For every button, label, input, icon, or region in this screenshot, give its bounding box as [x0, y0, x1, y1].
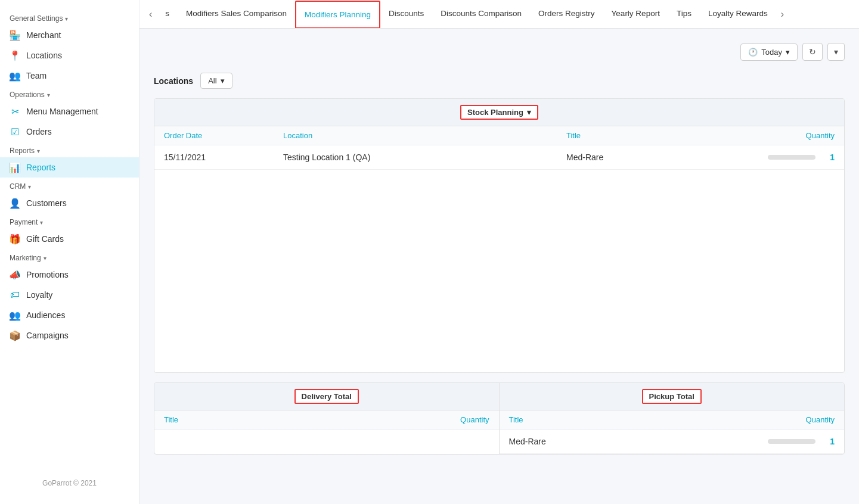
delivery-table: Delivery Total Title Quantity [154, 383, 500, 454]
bottom-tables: Delivery Total Title Quantity Pickup Tot… [154, 382, 845, 455]
delivery-columns-header: Title Quantity [154, 410, 499, 430]
col-quantity: Quantity [745, 131, 835, 140]
sidebar-item-promotions[interactable]: 📣 Promotions [0, 265, 139, 285]
tab-orders-registry[interactable]: Orders Registry [530, 1, 603, 27]
sidebar-item-merchant[interactable]: 🏪 Merchant [0, 25, 139, 45]
cell-order-date: 15/11/2021 [164, 153, 283, 162]
table-empty-space [154, 170, 844, 372]
pickup-cell-title: Med-Rare [509, 437, 740, 446]
payment-section[interactable]: Payment ▾ [0, 213, 139, 229]
gift-cards-icon: 🎁 [10, 234, 20, 244]
campaigns-icon: 📦 [10, 330, 20, 341]
merchant-icon: 🏪 [10, 30, 20, 41]
tab-discounts[interactable]: Discounts [380, 1, 432, 27]
sidebar-item-team[interactable]: 👥 Team [0, 66, 139, 86]
tab-s[interactable]: s [157, 1, 178, 27]
delivery-table-header: Delivery Total [154, 383, 499, 410]
marketing-section[interactable]: Marketing ▾ [0, 249, 139, 265]
pickup-total-badge: Pickup Total [642, 389, 702, 404]
tab-prev-button[interactable]: ‹ [144, 7, 157, 21]
stock-planning-badge: Stock Planning ▾ [460, 105, 538, 120]
sidebar-item-customers[interactable]: 👤 Customers [0, 193, 139, 213]
date-filter-button[interactable]: 🕐 Today ▾ [740, 43, 798, 61]
table-header: Stock Planning ▾ [154, 99, 844, 126]
audiences-icon: 👥 [10, 310, 20, 321]
delivery-col-quantity: Quantity [394, 415, 489, 424]
toolbar-row: 🕐 Today ▾ ↻ ▾ [154, 43, 845, 61]
filter-row: Locations All ▾ [154, 73, 845, 89]
sidebar-item-campaigns[interactable]: 📦 Campaigns [0, 325, 139, 346]
menu-management-icon: ✂ [10, 106, 20, 117]
general-settings-section[interactable]: General Settings ▾ [0, 10, 139, 25]
operations-section[interactable]: Operations ▾ [0, 86, 139, 101]
main-table: Stock Planning ▾ Order Date Location Tit… [154, 98, 845, 373]
tab-modifiers-sales-comparison[interactable]: Modifiers Sales Comparison [178, 1, 295, 27]
clock-icon: 🕐 [748, 48, 758, 57]
locations-filter-select[interactable]: All ▾ [200, 73, 232, 89]
team-icon: 👥 [10, 70, 20, 81]
table-row: 15/11/2021 Testing Location 1 (QA) Med-R… [154, 145, 844, 170]
col-title: Title [566, 131, 745, 140]
pickup-quantity-value: 1 [823, 437, 835, 446]
locations-filter-label: Locations [154, 76, 193, 86]
delivery-total-badge: Delivery Total [294, 389, 359, 404]
pickup-cell-quantity: 1 [739, 437, 835, 446]
pickup-table-row: Med-Rare 1 [500, 430, 845, 454]
pickup-col-title: Title [509, 415, 740, 424]
tab-next-button[interactable]: › [776, 7, 789, 21]
pickup-table-header: Pickup Total [500, 383, 845, 410]
quantity-bar [768, 155, 815, 160]
promotions-icon: 📣 [10, 269, 20, 280]
tab-discounts-comparison[interactable]: Discounts Comparison [432, 1, 530, 27]
pickup-col-quantity: Quantity [739, 415, 835, 424]
col-location: Location [283, 131, 566, 140]
tab-modifiers-planning[interactable]: Modifiers Planning [295, 1, 380, 29]
sidebar-item-menu-management[interactable]: ✂ Menu Management [0, 101, 139, 122]
sidebar-footer: GoParrot © 2021 [0, 472, 139, 494]
cell-quantity: 1 [745, 153, 835, 162]
sidebar-item-loyalty[interactable]: 🏷 Loyalty [0, 285, 139, 305]
sidebar-item-locations[interactable]: 📍 Locations [0, 45, 139, 66]
cell-location: Testing Location 1 (QA) [283, 153, 566, 162]
marketing-chevron: ▾ [44, 255, 46, 262]
cell-title: Med-Rare [566, 153, 745, 162]
more-options-button[interactable]: ▾ [827, 43, 845, 61]
operations-chevron: ▾ [47, 92, 50, 98]
reports-chevron: ▾ [37, 148, 40, 154]
table-columns-header: Order Date Location Title Quantity [154, 126, 844, 145]
tab-tips[interactable]: Tips [668, 1, 700, 27]
pickup-quantity-bar [768, 439, 815, 444]
refresh-button[interactable]: ↻ [802, 43, 823, 61]
payment-chevron: ▾ [40, 219, 43, 226]
col-order-date: Order Date [164, 131, 283, 140]
customers-icon: 👤 [10, 198, 20, 209]
reports-icon: 📊 [10, 162, 20, 173]
locations-icon: 📍 [10, 50, 20, 61]
pickup-columns-header: Title Quantity [500, 410, 845, 430]
sidebar-item-audiences[interactable]: 👥 Audiences [0, 305, 139, 325]
crm-chevron: ▾ [28, 183, 31, 190]
tab-yearly-report[interactable]: Yearly Report [603, 1, 668, 27]
sidebar-item-orders[interactable]: ☑ Orders [0, 122, 139, 142]
general-settings-chevron: ▾ [65, 15, 68, 22]
sidebar: General Settings ▾ 🏪 Merchant 📍 Location… [0, 0, 139, 504]
delivery-col-title: Title [164, 415, 394, 424]
tab-loyalty-rewards[interactable]: Loyalty Rewards [700, 1, 776, 27]
pickup-table: Pickup Total Title Quantity Med-Rare 1 [500, 383, 845, 454]
filter-chevron-icon: ▾ [221, 76, 225, 85]
sidebar-item-reports[interactable]: 📊 Reports [0, 157, 139, 178]
stock-planning-chevron-icon: ▾ [527, 108, 531, 117]
date-chevron-icon: ▾ [786, 48, 790, 57]
tab-bar: ‹ s Modifiers Sales Comparison Modifiers… [139, 0, 859, 29]
quantity-value: 1 [823, 153, 835, 162]
loyalty-icon: 🏷 [10, 290, 20, 300]
orders-icon: ☑ [10, 126, 20, 137]
crm-section[interactable]: CRM ▾ [0, 178, 139, 193]
reports-section[interactable]: Reports ▾ [0, 142, 139, 157]
page-content: 🕐 Today ▾ ↻ ▾ Locations All ▾ Stock Plan… [139, 29, 859, 504]
main-content: ‹ s Modifiers Sales Comparison Modifiers… [139, 0, 859, 504]
sidebar-item-gift-cards[interactable]: 🎁 Gift Cards [0, 229, 139, 249]
